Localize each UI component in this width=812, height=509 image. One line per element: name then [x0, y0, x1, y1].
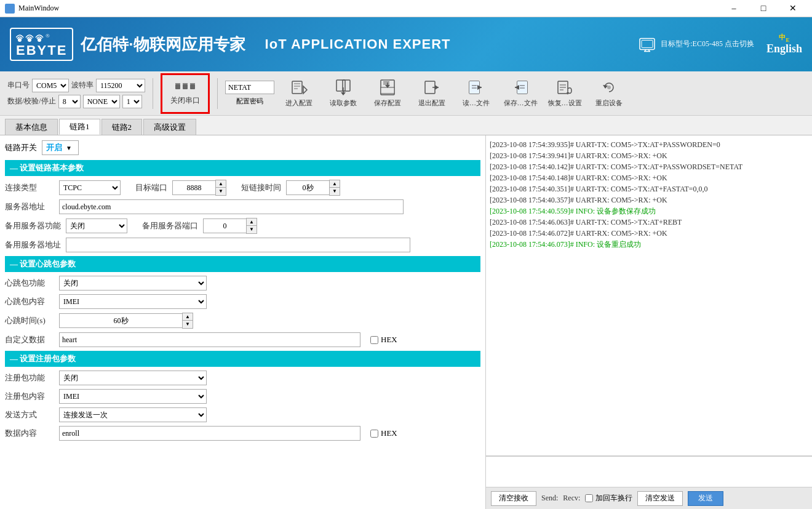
log-bottom-bar: 清空接收 Send: Recv: 加回车换行 清空发送 发送	[486, 487, 812, 509]
svg-rect-16	[294, 83, 300, 84]
read-file-button[interactable]: 读…文件	[456, 74, 496, 113]
heartbeat-func-row: 心跳包功能 关闭开启	[5, 276, 480, 291]
port-decrement-btn[interactable]: ▼	[216, 188, 226, 195]
chain-switch-row: 链路开关 开启 ▼	[5, 140, 480, 155]
log-entry: [2023-10-08 17:54:40.351]# UART-TX: COM5…	[490, 183, 808, 194]
save-file-button[interactable]: 保存…文件	[501, 74, 540, 113]
heartbeat-content-select[interactable]: IMEI自定义	[59, 294, 207, 309]
log-entry: [2023-10-08 17:54:46.073]# INFO: 设备重启成功	[490, 239, 808, 250]
send-button[interactable]: 发送	[688, 491, 723, 506]
logo-area: ® EBYTE 亿佰特·物联网应用专家 IoT APPLICATION EXPE…	[10, 28, 451, 61]
enter-config-button[interactable]: 进入配置	[279, 74, 319, 113]
stop-bits-select[interactable]: 12	[122, 95, 142, 108]
backup-addr-row: 备用服务器地址	[5, 238, 480, 252]
clear-recv-button[interactable]: 清空接收	[491, 491, 536, 506]
tab-chain1[interactable]: 链路1	[59, 119, 100, 135]
backup-server-select[interactable]: 关闭开启	[66, 218, 127, 233]
log-input-row	[486, 456, 812, 487]
exit-config-button[interactable]: 退出配置	[412, 74, 452, 113]
newline-checkbox[interactable]	[585, 494, 593, 502]
reg-func-label: 注册包功能	[5, 372, 54, 383]
port-row: 串口号 COM5 COM1COM2COM3COM4COM6 波特率 115200…	[7, 79, 145, 92]
password-input[interactable]	[225, 81, 274, 94]
heartbeat-time-spinner: ▲ ▼	[59, 313, 193, 329]
baud-label: 波特率	[71, 80, 94, 90]
server-addr-row: 服务器地址	[5, 199, 480, 214]
send-mode-select[interactable]: 连接发送一次每次连接发送不发送	[59, 407, 207, 422]
short-connect-increment-btn[interactable]: ▲	[330, 180, 340, 188]
restart-button[interactable]: 重启设备	[589, 74, 629, 113]
maximize-button[interactable]: □	[749, 0, 778, 17]
heartbeat-time-btns: ▲ ▼	[182, 313, 193, 329]
target-port-input[interactable]	[172, 180, 215, 195]
left-panel: 链路开关 开启 ▼ — 设置链路基本参数 连接类型 TCPCTCPSUDPCUD…	[0, 135, 486, 509]
data-bits-select[interactable]: 87	[58, 95, 81, 108]
backup-port-input[interactable]	[203, 218, 246, 233]
parity-select[interactable]: NONEODDEVEN	[83, 95, 120, 108]
heartbeat-time-increment-btn[interactable]: ▲	[183, 313, 193, 321]
heartbeat-time-input[interactable]	[59, 313, 182, 328]
svg-marker-49	[603, 85, 608, 89]
svg-point-2	[38, 38, 41, 42]
reg-content-row: 注册包内容 IMEI自定义	[5, 389, 480, 404]
log-entry: [2023-10-08 17:54:40.148]# UART-RX: COM5…	[490, 172, 808, 183]
backup-port-spinner: ▲ ▼	[203, 218, 257, 234]
tab-basic[interactable]: 基本信息	[5, 119, 58, 135]
minimize-button[interactable]: –	[720, 0, 748, 17]
short-connect-decrement-btn[interactable]: ▼	[330, 188, 340, 195]
short-connect-input[interactable]	[286, 180, 329, 195]
heartbeat-time-decrement-btn[interactable]: ▼	[183, 321, 193, 328]
port-section: 串口号 COM5 COM1COM2COM3COM4COM6 波特率 115200…	[7, 79, 145, 108]
tab-advanced[interactable]: 高级设置	[143, 119, 196, 135]
baud-select[interactable]: 115200 9600192003840057600230400	[96, 79, 145, 92]
chain-switch-label: 链路开关	[5, 142, 37, 153]
send-input[interactable]	[486, 457, 812, 487]
connect-type-row: 连接类型 TCPCTCPSUDPCUDPS 目标端口 ▲ ▼ 短链接时间 ▲ ▼	[5, 180, 480, 196]
connect-type-select[interactable]: TCPCTCPSUDPCUDPS	[59, 180, 121, 195]
app-icon	[5, 4, 15, 14]
target-device-info[interactable]: 目标型号:EC05-485 点击切换	[637, 34, 754, 54]
heartbeat-func-select[interactable]: 关闭开启	[59, 276, 207, 291]
device-icon	[637, 34, 657, 54]
backup-port-increment-btn[interactable]: ▲	[247, 218, 257, 226]
send-mode-label: 发送方式	[5, 409, 54, 420]
reg-content-select[interactable]: IMEI自定义	[59, 389, 207, 404]
ebyte-brand: EBYTE	[16, 44, 67, 57]
backup-addr-input[interactable]	[66, 238, 410, 252]
hex-checkbox-group-2: HEX	[370, 428, 397, 438]
svg-point-50	[607, 86, 611, 89]
port-select[interactable]: COM5 COM1COM2COM3COM4COM6	[32, 79, 69, 92]
chevron-down-icon: ▼	[66, 145, 72, 151]
save-config-button[interactable]: 保存配置	[368, 74, 407, 113]
server-addr-input[interactable]	[59, 199, 404, 214]
close-button[interactable]: ✕	[779, 0, 807, 17]
custom-data-input[interactable]	[59, 332, 360, 347]
serial-toggle-button[interactable]: 关闭串口	[161, 73, 210, 114]
save-file-label: 保存…文件	[504, 98, 538, 108]
backup-server-row: 备用服务器功能 关闭开启 备用服务器端口 ▲ ▼	[5, 218, 480, 234]
exit-config-icon	[423, 79, 441, 96]
hex-checkbox-1[interactable]	[370, 336, 378, 344]
save-config-label: 保存配置	[374, 98, 401, 108]
hex-checkbox-2[interactable]	[370, 430, 378, 438]
tab-chain2[interactable]: 链路2	[102, 119, 143, 135]
svg-rect-25	[383, 80, 389, 85]
header-banner: ® EBYTE 亿佰特·物联网应用专家 IoT APPLICATION EXPE…	[0, 17, 812, 71]
restore-button[interactable]: 恢复…设置	[545, 74, 584, 113]
reg-func-select[interactable]: 关闭开启	[59, 371, 207, 385]
backup-addr-label: 备用服务器地址	[5, 239, 61, 250]
svg-rect-17	[294, 86, 300, 87]
log-entry: [2023-10-08 17:54:39.941]# UART-RX: COM5…	[490, 150, 808, 161]
language-button[interactable]: 中E English	[766, 33, 802, 55]
chain-switch-dropdown[interactable]: 开启 ▼	[42, 140, 79, 155]
data-content-input[interactable]	[59, 426, 360, 441]
hex-label-2: HEX	[381, 428, 397, 438]
save-config-icon	[378, 79, 397, 96]
password-section: 配置密码	[225, 81, 274, 106]
enter-config-label: 进入配置	[285, 98, 312, 108]
backup-port-decrement-btn[interactable]: ▼	[247, 226, 257, 233]
read-params-button[interactable]: 读取参数	[324, 74, 363, 113]
svg-rect-26	[381, 87, 394, 94]
port-increment-btn[interactable]: ▲	[216, 180, 226, 188]
clear-send-button[interactable]: 清空发送	[637, 491, 683, 506]
